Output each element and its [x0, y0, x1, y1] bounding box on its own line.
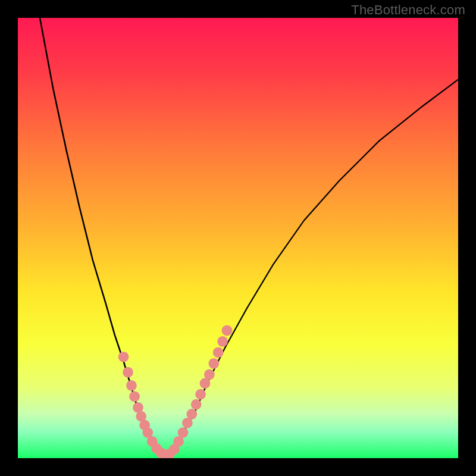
highlight-dot	[208, 358, 219, 369]
highlight-dot	[123, 367, 133, 378]
highlight-dots-group	[118, 325, 233, 458]
highlight-dot	[213, 347, 224, 358]
highlight-dot	[126, 380, 137, 391]
highlight-dot	[191, 399, 202, 410]
highlight-dot	[118, 352, 129, 362]
curve-right-branch	[163, 80, 458, 456]
highlight-dot	[204, 369, 215, 380]
highlight-dot	[217, 336, 228, 347]
highlight-dot	[129, 392, 140, 402]
watermark-text: TheBottleneck.com	[351, 2, 465, 18]
chart-frame: TheBottleneck.com	[0, 0, 476, 476]
highlight-dot	[222, 325, 233, 336]
plot-area	[18, 18, 458, 458]
highlight-dot	[195, 389, 206, 400]
curve-layer	[18, 18, 458, 458]
highlight-dot	[186, 409, 197, 419]
curve-left-branch	[40, 18, 163, 456]
highlight-dot	[178, 427, 189, 438]
